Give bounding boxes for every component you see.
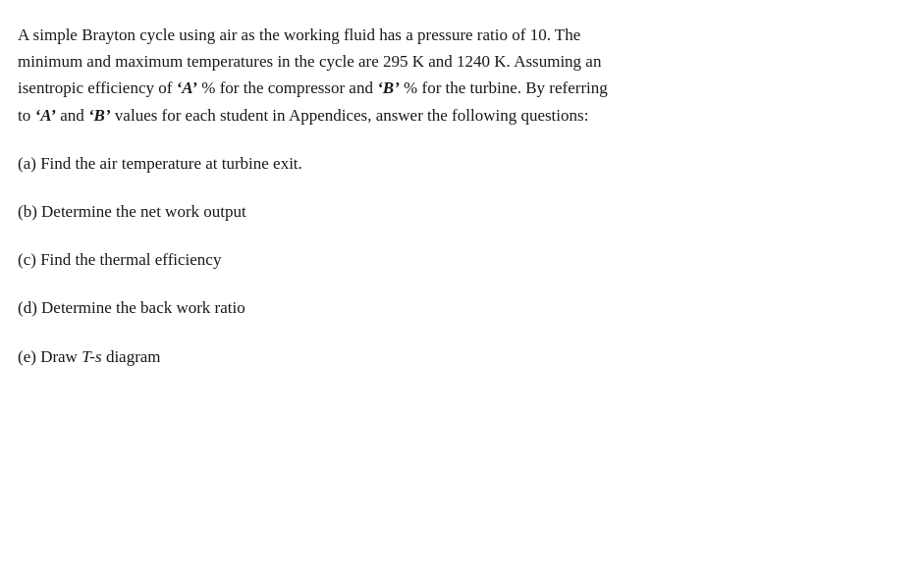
intro-line1: A simple Brayton cycle using air as the … bbox=[18, 26, 580, 44]
question-d-body: Determine the back work ratio bbox=[41, 298, 245, 317]
intro-line3-part2: % for the compressor and bbox=[197, 78, 377, 97]
problem-intro: A simple Brayton cycle using air as the … bbox=[18, 22, 897, 129]
question-e-label: (e) bbox=[18, 347, 36, 366]
question-b: (b) Determine the net work output bbox=[18, 198, 897, 225]
question-a: (a) Find the air temperature at turbine … bbox=[18, 150, 897, 177]
question-b-label: (b) bbox=[18, 202, 37, 221]
intro-line3-part1: isentropic efficiency of bbox=[18, 78, 177, 97]
question-e-body-part1: Draw bbox=[40, 347, 82, 366]
intro-B-ref1: ‘B’ bbox=[377, 78, 400, 97]
question-b-body: Determine the net work output bbox=[41, 202, 246, 221]
intro-A-ref2: ‘A’ bbox=[34, 106, 55, 125]
intro-line2: minimum and maximum temperatures in the … bbox=[18, 52, 601, 71]
content-area: A simple Brayton cycle using air as the … bbox=[18, 22, 897, 370]
question-a-label: (a) bbox=[18, 154, 36, 173]
question-c-body: Find the thermal efficiency bbox=[40, 250, 221, 269]
question-e: (e) Draw T-s diagram bbox=[18, 343, 897, 370]
question-c-label: (c) bbox=[18, 250, 36, 269]
question-a-body: Find the air temperature at turbine exit… bbox=[40, 154, 302, 173]
intro-line4-part3: values for each student in Appendices, a… bbox=[111, 106, 589, 125]
intro-A-ref1: ‘A’ bbox=[177, 78, 197, 97]
intro-line4-part2: and bbox=[56, 106, 88, 125]
question-c: (c) Find the thermal efficiency bbox=[18, 246, 897, 273]
intro-line3-part3: % for the turbine. By referring bbox=[400, 78, 608, 97]
question-e-ts: T-s bbox=[82, 347, 101, 366]
intro-line4-part1: to bbox=[18, 106, 34, 125]
question-d: (d) Determine the back work ratio bbox=[18, 294, 897, 321]
question-d-label: (d) bbox=[18, 298, 37, 317]
question-e-body-part2: diagram bbox=[102, 347, 161, 366]
intro-B-ref2: ‘B’ bbox=[88, 106, 111, 125]
